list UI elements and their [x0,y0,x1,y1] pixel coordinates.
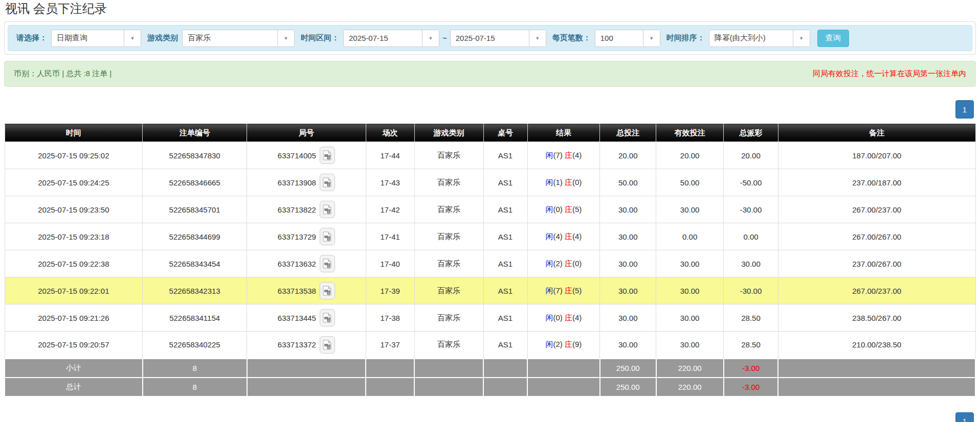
subtotal-total-bet: 250.00 [600,359,656,378]
col-header-bet-id: 注单编号 [143,124,247,142]
cell-table-no: AS1 [483,332,527,359]
cell-total-bet-link[interactable]: 30.00 [600,250,656,277]
cell-session: 17-40 [366,250,414,277]
page-1-button[interactable]: 1 [955,412,974,422]
cell-payout: 20.00 [724,142,778,169]
cell-table-no: AS1 [483,169,527,196]
select-type-label: 请选择： [16,33,47,43]
cell-valid-bet: 30.00 [656,250,724,277]
subtotal-row: 小计 8 250.00 220.00 -3.00 [5,359,975,378]
col-header-round-id: 局号 [247,124,366,142]
cell-time: 2025-07-15 09:22:01 [5,277,143,304]
cell-note: 267.00/237.00 [778,196,975,223]
col-header-game-type: 游戏类别 [414,124,483,142]
cell-payout: -30.00 [724,196,778,223]
cell-result: 闲(0) 庄(4) [527,304,600,332]
cell-note: 267.00/237.00 [778,277,975,304]
cell-valid-bet: 30.00 [656,304,724,332]
cell-total-bet-link[interactable]: 30.00 [600,332,656,359]
chevron-down-icon[interactable]: ▼ [529,30,546,46]
cell-payout: -50.00 [724,169,778,196]
total-payout: -3.00 [724,378,778,396]
cell-round-id: 633713445 [247,304,366,332]
video-replay-button[interactable] [320,201,335,218]
cell-total-bet-link[interactable]: 20.00 [600,142,656,169]
video-replay-button[interactable] [320,255,335,272]
cell-bet-id: 522658345701 [143,196,247,223]
filter-panel: 请选择： 日期查询 ▼ 游戏类别 百家乐 ▼ 时间区间： 2025-07-15 … [4,21,976,55]
page-1-button[interactable]: 1 [955,100,974,119]
summary-bar: 币别：人民币 | 总共 :8 注单 | 同局有效投注，统一计算在该局第一张注单内 [4,61,976,87]
page-title: 视讯 会员下注纪录 [5,1,976,16]
cell-time: 2025-07-15 09:20:57 [5,332,143,359]
cell-payout: -30.00 [724,277,778,304]
cell-total-bet-link[interactable]: 30.00 [600,196,656,223]
video-replay-button[interactable] [320,147,335,164]
video-icon [323,286,331,296]
query-type-select[interactable]: 日期查询 ▼ [51,30,141,47]
cell-round-id: 633713632 [247,250,366,277]
cell-note: 187.00/207.00 [778,142,975,169]
time-range-label: 时间区间： [301,33,339,43]
cell-note: 267.00/267.00 [778,223,975,250]
video-icon [323,231,331,242]
subtotal-count: 8 [143,359,247,378]
record-row: 2025-07-15 09:22:01522658342313633713538… [5,277,975,304]
cell-game-type: 百家乐 [414,196,483,223]
cell-result: 闲(7) 庄(5) [527,277,600,304]
cell-bet-id: 522658347830 [143,142,247,169]
col-header-total-bet: 总投注 [600,124,656,142]
pagination-top: 1 [4,100,976,119]
video-replay-button[interactable] [320,336,335,354]
video-replay-button[interactable] [320,309,335,326]
cell-session: 17-43 [366,169,414,196]
cell-session: 17-38 [366,304,414,332]
video-icon [323,313,331,323]
total-total-bet: 250.00 [600,378,656,396]
cell-table-no: AS1 [483,277,527,304]
record-row: 2025-07-15 09:22:38522658343454633713632… [5,250,975,277]
cell-total-bet-link[interactable]: 50.00 [600,169,656,196]
date-from-select[interactable]: 2025-07-15 ▼ [343,30,439,47]
col-header-session: 场次 [366,124,414,142]
chevron-down-icon[interactable]: ▼ [422,30,439,46]
date-to-select[interactable]: 2025-07-15 ▼ [450,30,546,47]
cell-note: 210.00/238.50 [778,332,975,359]
cell-game-type: 百家乐 [414,277,483,304]
cell-round-id: 633713538 [247,277,366,304]
video-icon [323,177,331,187]
subtotal-valid-bet: 220.00 [656,359,724,378]
col-header-result: 结果 [527,124,600,142]
search-button[interactable]: 查询 [817,30,849,47]
cell-valid-bet: 50.00 [656,169,724,196]
cell-game-type: 百家乐 [414,250,483,277]
cell-total-bet-link[interactable]: 30.00 [600,277,656,304]
video-replay-button[interactable] [320,282,335,299]
cell-total-bet-link[interactable]: 30.00 [600,223,656,250]
cell-time: 2025-07-15 09:23:18 [5,223,143,250]
cell-bet-id: 522658343454 [143,250,247,277]
chevron-down-icon[interactable]: ▼ [643,30,660,46]
video-replay-button[interactable] [320,174,335,191]
cell-valid-bet: 0.00 [656,223,724,250]
video-replay-button[interactable] [320,228,335,245]
cell-session: 17-39 [366,277,414,304]
cell-payout: 0.00 [724,223,778,250]
game-type-select[interactable]: 百家乐 ▼ [182,30,295,47]
game-type-value: 百家乐 [183,30,277,46]
cell-valid-bet: 30.00 [656,332,724,359]
chevron-down-icon[interactable]: ▼ [124,30,141,46]
chevron-down-icon[interactable]: ▼ [277,30,294,46]
cell-total-bet-link[interactable]: 30.00 [600,304,656,332]
chevron-down-icon[interactable]: ▼ [793,30,810,46]
page-size-select[interactable]: 100 ▼ [595,30,660,47]
betting-records-table: 时间 注单编号 局号 场次 游戏类别 桌号 结果 总投注 有效投注 总派彩 备注… [4,124,976,397]
cell-time: 2025-07-15 09:24:25 [5,169,143,196]
cell-session: 17-44 [366,142,414,169]
sort-order-select[interactable]: 降幂(由大到小) ▼ [709,30,810,47]
cell-valid-bet: 30.00 [656,277,724,304]
date-to-value: 2025-07-15 [451,30,529,46]
cell-time: 2025-07-15 09:25:02 [5,142,143,169]
cell-result: 闲(1) 庄(0) [527,169,600,196]
currency-total-text: 币别：人民币 | 总共 :8 注单 | [14,69,112,79]
